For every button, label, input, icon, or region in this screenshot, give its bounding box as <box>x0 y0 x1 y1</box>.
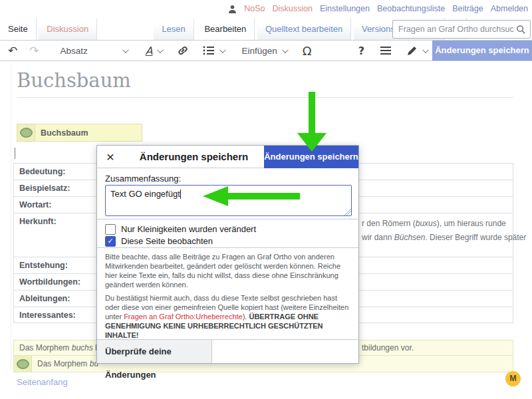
search-input[interactable] <box>393 25 516 34</box>
contributions-link[interactable]: Beiträge <box>452 4 483 13</box>
pencil-icon <box>407 45 418 56</box>
save-dialog-footer: Überprüfe deine Änderungen <box>97 339 358 363</box>
paragraph-format-dropdown[interactable]: Absatz <box>61 46 127 56</box>
chevron-down-icon <box>219 47 226 53</box>
help-icon[interactable]: ? <box>358 45 364 57</box>
tab-bar: Seite Diskussion Lesen Bearbeiten Quellt… <box>0 17 532 40</box>
search-box <box>392 20 531 39</box>
summary-textarea[interactable]: Text GO eingefügt <box>105 185 352 216</box>
word-icon-cell <box>17 124 35 141</box>
editor-caret <box>15 148 15 159</box>
preferences-link[interactable]: Einstellungen <box>320 4 370 13</box>
copyright-link[interactable]: Fragen an Graf Ortho:Urheberrechte <box>124 313 243 321</box>
chevron-down-icon <box>422 47 429 53</box>
undo-icon[interactable]: ↶ <box>8 44 17 57</box>
minor-edit-checkbox[interactable] <box>105 224 116 235</box>
chevron-down-icon <box>157 47 164 53</box>
page-title: Buchsbaum <box>17 69 513 98</box>
save-changes-button[interactable]: Änderungen speichern <box>264 146 358 168</box>
redo-icon: ↷ <box>29 44 39 57</box>
special-character-icon[interactable]: Ω <box>303 44 312 58</box>
tab-edit-source[interactable]: Quelltext bearbeiten <box>257 18 351 40</box>
minor-edit-checkbox-row[interactable]: Nur Kleinigkeiten wurden verändert <box>105 223 350 235</box>
license-paragraph-2: Du bestätigst hiermit auch, dass du dies… <box>105 293 352 340</box>
avatar[interactable]: M <box>505 371 521 386</box>
tab-discussion[interactable]: Diskussion <box>39 18 97 40</box>
tab-edit[interactable]: Bearbeiten <box>196 18 255 40</box>
wiki-editor-screen: NoSo Diskussion Einstellungen Beobachtun… <box>0 0 532 399</box>
chevron-down-icon <box>122 47 128 53</box>
tab-read[interactable]: Lesen <box>154 18 194 40</box>
content-left-edge <box>11 64 11 370</box>
user-talk-link[interactable]: Diskussion <box>272 4 312 13</box>
license-notice: Bitte beachte, dass alle Beiträge zu Fra… <box>105 252 352 344</box>
personal-bar: NoSo Diskussion Einstellungen Beobachtun… <box>0 0 528 17</box>
logout-link[interactable]: Abmelden <box>491 4 528 13</box>
review-changes-button[interactable]: Überprüfe deine Änderungen <box>97 340 212 363</box>
watch-page-checkbox[interactable]: ✓ <box>105 236 116 247</box>
editing-mode-dropdown[interactable] <box>407 45 427 56</box>
close-icon[interactable]: × <box>97 146 124 168</box>
herkunft-cell-text: r den Römern (buxus), um hieraus runde w… <box>362 217 531 245</box>
chevron-down-icon <box>282 47 289 53</box>
link-icon[interactable] <box>176 44 190 57</box>
save-dialog: × Änderungen speichern Änderungen speich… <box>96 145 359 364</box>
save-options-section: Nur Kleinigkeiten wurden verändert ✓ Die… <box>97 219 358 248</box>
editor-toolbar: ↶ ↷ Absatz A Einfügen <box>0 40 532 61</box>
insert-dropdown[interactable]: Einfügen <box>241 46 286 56</box>
word-icon-cell <box>14 356 32 372</box>
username-link[interactable]: NoSo <box>244 4 265 13</box>
watchlist-link[interactable]: Beobachtungsliste <box>377 4 445 13</box>
tab-page[interactable]: Seite <box>0 18 37 40</box>
page-options-menu-icon[interactable] <box>380 47 391 55</box>
text-caret <box>180 190 181 199</box>
license-paragraph-1: Bitte beachte, dass alle Beiträge zu Fra… <box>105 252 352 289</box>
annotation-arrow-down <box>295 92 329 153</box>
search-icon[interactable] <box>516 25 526 35</box>
bullet-list-icon <box>203 45 215 56</box>
green-ellipse-icon <box>20 128 33 138</box>
infobox-label: Buchsbaum <box>35 128 88 138</box>
summary-value: Text GO eingefügt <box>110 189 180 199</box>
watch-page-checkbox-row[interactable]: ✓ Diese Seite beobachten <box>105 235 350 247</box>
green-ellipse-icon <box>17 359 29 369</box>
toolbar-save-button[interactable]: Änderungen speichern ... <box>432 41 532 61</box>
text-style-dropdown[interactable]: A <box>146 45 162 57</box>
user-icon <box>228 5 237 13</box>
word-infobox[interactable]: Buchsbaum <box>17 124 142 142</box>
back-to-top-link[interactable]: Seitenanfang <box>17 377 68 387</box>
summary-label: Zusammenfassung: <box>105 174 181 184</box>
morphem-note-fragment: tbildungen vor. <box>362 343 414 352</box>
list-format-dropdown[interactable] <box>203 45 224 56</box>
